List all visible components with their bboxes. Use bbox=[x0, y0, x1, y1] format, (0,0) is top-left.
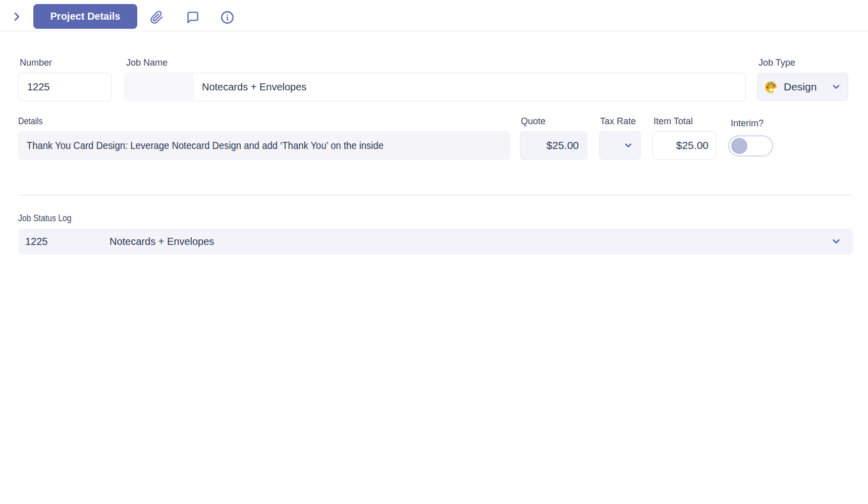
palette-icon bbox=[764, 80, 778, 94]
tax-rate-select[interactable] bbox=[599, 131, 641, 160]
job-type-label: Job Type bbox=[758, 58, 795, 68]
job-status-row-number: 1225 bbox=[25, 236, 110, 247]
number-value: 1225 bbox=[19, 81, 50, 93]
interim-toggle[interactable] bbox=[728, 135, 773, 157]
attachments-button[interactable] bbox=[148, 9, 165, 25]
number-input[interactable]: 1225 bbox=[18, 73, 112, 101]
job-name-value: Notecards + Envelopes bbox=[202, 81, 306, 93]
number-label: Number bbox=[20, 58, 52, 68]
chevron-down-icon bbox=[623, 140, 633, 150]
info-icon bbox=[221, 11, 234, 24]
tax-rate-label: Tax Rate bbox=[600, 116, 636, 127]
item-total-value: $25.00 bbox=[653, 139, 716, 152]
job-status-log-label: Job Status Log bbox=[18, 213, 79, 224]
comments-button[interactable] bbox=[184, 9, 200, 25]
details-value: Thank You Card Design: Leverage Notecard… bbox=[19, 139, 384, 152]
quote-label: Quote bbox=[521, 116, 546, 127]
job-name-prefix-area bbox=[126, 74, 194, 100]
comment-bubble-icon bbox=[186, 11, 199, 24]
toolbar: Project Details bbox=[0, 0, 868, 31]
toggle-knob bbox=[731, 138, 747, 154]
section-divider bbox=[18, 195, 853, 195]
details-input[interactable]: Thank You Card Design: Leverage Notecard… bbox=[18, 131, 510, 160]
quote-input[interactable]: $25.00 bbox=[520, 131, 587, 160]
interim-label: Interim? bbox=[731, 118, 764, 129]
item-total-label: Item Total bbox=[654, 116, 693, 127]
quote-value: $25.00 bbox=[520, 139, 587, 152]
job-type-select[interactable]: Design bbox=[757, 73, 848, 101]
item-total-input[interactable]: $25.00 bbox=[653, 131, 717, 160]
chevron-down-icon bbox=[831, 82, 841, 92]
paperclip-icon bbox=[150, 11, 164, 24]
job-name-input[interactable]: Notecards + Envelopes bbox=[125, 73, 746, 101]
info-button[interactable] bbox=[219, 9, 235, 25]
job-status-row-name: Notecards + Envelopes bbox=[110, 236, 214, 247]
job-name-label: Job Name bbox=[126, 58, 168, 68]
project-details-button[interactable]: Project Details bbox=[33, 4, 137, 29]
job-type-value: Design bbox=[784, 81, 817, 93]
collapse-panel-button[interactable] bbox=[9, 9, 24, 24]
job-status-log-row[interactable]: 1225 Notecards + Envelopes bbox=[18, 228, 853, 255]
chevron-right-icon bbox=[11, 11, 22, 22]
chevron-down-icon bbox=[831, 236, 842, 247]
details-label: Details bbox=[18, 116, 46, 127]
